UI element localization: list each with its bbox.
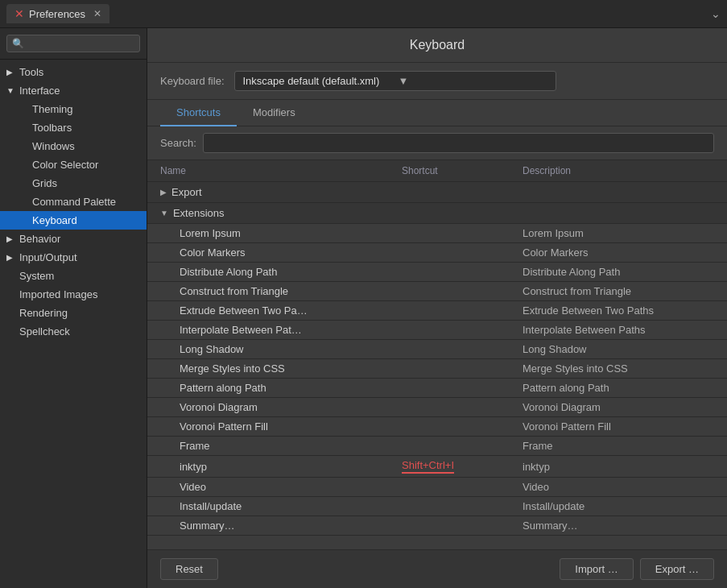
- row-desc: Pattern along Path: [523, 382, 714, 394]
- import-button[interactable]: Import …: [560, 558, 633, 580]
- table-row[interactable]: Construct from TriangleConstruct from Tr…: [147, 282, 727, 301]
- tab-shortcuts[interactable]: Shortcuts: [160, 100, 237, 126]
- row-desc: Voronoi Pattern Fill: [523, 420, 714, 433]
- export-button[interactable]: Export …: [640, 558, 714, 580]
- sidebar-item-theming[interactable]: Theming: [0, 100, 147, 118]
- row-name: Merge Styles into CSS: [160, 362, 402, 375]
- table-row[interactable]: VideoVideo: [147, 478, 727, 497]
- sidebar-item-rendering[interactable]: Rendering: [0, 304, 147, 322]
- sidebar-item-label: Behavior: [19, 233, 60, 245]
- group-arrow-icon: ▼: [160, 209, 168, 217]
- table-row[interactable]: Interpolate Between Pat…Interpolate Betw…: [147, 321, 727, 340]
- group-shortcut: [402, 186, 523, 198]
- sidebar-item-behavior[interactable]: Behavior: [0, 230, 147, 248]
- table-row[interactable]: Summary…Summary…: [147, 516, 727, 536]
- sidebar-search-container: 🔍: [0, 28, 147, 60]
- table-row[interactable]: Merge Styles into CSSMerge Styles into C…: [147, 359, 727, 379]
- row-name: Extrude Between Two Pa…: [160, 304, 402, 317]
- sidebar-item-tools[interactable]: Tools: [0, 63, 147, 81]
- row-desc: Construct from Triangle: [523, 285, 714, 297]
- footer: Reset Import … Export …: [147, 549, 727, 588]
- search-row: Search:: [147, 126, 727, 160]
- sidebar-item-spellcheck[interactable]: Spellcheck: [0, 322, 147, 341]
- group-name: ▶Export: [160, 186, 402, 198]
- sidebar-item-label: System: [19, 270, 54, 282]
- sidebar-search-box[interactable]: 🔍: [6, 35, 140, 52]
- tree-arrow-icon: [6, 86, 16, 95]
- row-desc: Long Shadow: [523, 343, 714, 355]
- table-row[interactable]: Color MarkersColor Markers: [147, 243, 727, 263]
- sidebar-item-keyboard[interactable]: Keyboard: [0, 211, 147, 230]
- row-name: inktyp: [160, 461, 402, 473]
- group-row-extensions[interactable]: ▼Extensions: [147, 203, 727, 224]
- table-row[interactable]: Distribute Along PathDistribute Along Pa…: [147, 263, 727, 282]
- shortcuts-table: Name Shortcut Description ▶Export▼Extens…: [147, 160, 727, 549]
- content-title: Keyboard: [147, 28, 727, 63]
- row-desc: Interpolate Between Paths: [523, 324, 714, 336]
- row-desc: Frame: [523, 440, 714, 452]
- table-row[interactable]: inktypShift+Ctrl+Iinktyp: [147, 456, 727, 478]
- table-row[interactable]: Voronoi Pattern FillVoronoi Pattern Fill: [147, 417, 727, 437]
- title-bar-dropdown[interactable]: ⌄: [711, 7, 721, 20]
- sidebar-item-color-selector[interactable]: Color Selector: [0, 155, 147, 174]
- tab-modifiers[interactable]: Modifiers: [237, 100, 312, 126]
- table-row[interactable]: Pattern along PathPattern along Path: [147, 379, 727, 398]
- sidebar-item-windows[interactable]: Windows: [0, 137, 147, 155]
- sidebar-item-interface[interactable]: Interface: [0, 81, 147, 100]
- group-row-export[interactable]: ▶Export: [147, 182, 727, 203]
- keyboard-file-label: Keyboard file:: [160, 75, 225, 87]
- header-name: Name: [160, 165, 402, 176]
- tree-arrow-icon: [6, 253, 16, 262]
- group-desc: [523, 207, 714, 219]
- content-area: Keyboard Keyboard file: Inkscape default…: [147, 28, 727, 588]
- row-name: Lorem Ipsum: [160, 227, 402, 239]
- row-name: Interpolate Between Pat…: [160, 324, 402, 336]
- row-name: Install/update: [160, 500, 402, 512]
- row-name: Long Shadow: [160, 343, 402, 355]
- sidebar-item-label: Windows: [32, 140, 75, 152]
- table-row[interactable]: Install/updateInstall/update: [147, 497, 727, 516]
- sidebar-item-toolbars[interactable]: Toolbars: [0, 118, 147, 137]
- sidebar-item-label: Theming: [32, 103, 73, 115]
- row-desc: Distribute Along Path: [523, 266, 714, 278]
- search-input[interactable]: [203, 133, 714, 153]
- group-shortcut: [402, 207, 523, 219]
- sidebar-search-input[interactable]: [27, 38, 134, 49]
- row-desc: Summary…: [523, 520, 714, 532]
- sidebar-item-label: Color Selector: [32, 159, 98, 171]
- row-name: Video: [160, 481, 402, 493]
- sidebar-item-input-output[interactable]: Input/Output: [0, 248, 147, 267]
- sidebar-item-label: Imported Images: [19, 288, 98, 300]
- sidebar-item-grids[interactable]: Grids: [0, 174, 147, 193]
- row-shortcut: Shift+Ctrl+I: [402, 459, 523, 474]
- table-row[interactable]: Long ShadowLong Shadow: [147, 340, 727, 359]
- sidebar-item-label: Grids: [32, 177, 57, 189]
- reset-button[interactable]: Reset: [160, 558, 218, 580]
- tab-close-button[interactable]: ✕: [93, 8, 101, 19]
- preferences-icon: ✕: [14, 7, 24, 20]
- row-name: Construct from Triangle: [160, 285, 402, 297]
- row-name: Pattern along Path: [160, 382, 402, 394]
- table-row[interactable]: Extrude Between Two Pa…Extrude Between T…: [147, 301, 727, 321]
- keyboard-file-select[interactable]: Inkscape default (default.xml) ▼: [234, 71, 556, 91]
- preferences-tab[interactable]: ✕ Preferences ✕: [6, 4, 109, 23]
- table-body: ▶Export▼ExtensionsLorem IpsumLorem Ipsum…: [147, 182, 727, 549]
- group-name-text: Export: [171, 186, 202, 198]
- row-desc: Install/update: [523, 500, 714, 512]
- row-desc: Video: [523, 481, 714, 493]
- sidebar-item-system[interactable]: System: [0, 267, 147, 285]
- table-row[interactable]: Voronoi DiagramVoronoi Diagram: [147, 398, 727, 417]
- row-desc: Merge Styles into CSS: [523, 362, 714, 375]
- tab-label: Preferences: [29, 8, 85, 20]
- table-row[interactable]: Lorem IpsumLorem Ipsum: [147, 224, 727, 243]
- sidebar-item-command-palette[interactable]: Command Palette: [0, 193, 147, 211]
- group-arrow-icon: ▶: [160, 188, 167, 197]
- group-desc: [523, 186, 714, 198]
- table-row[interactable]: FrameFrame: [147, 437, 727, 456]
- main-layout: 🔍 ToolsInterfaceThemingToolbarsWindowsCo…: [0, 28, 727, 588]
- tree-arrow-icon: [6, 234, 16, 243]
- row-name: Color Markers: [160, 246, 402, 259]
- search-icon: 🔍: [12, 38, 24, 49]
- sidebar-item-imported-images[interactable]: Imported Images: [0, 285, 147, 304]
- group-name: ▼Extensions: [160, 207, 402, 219]
